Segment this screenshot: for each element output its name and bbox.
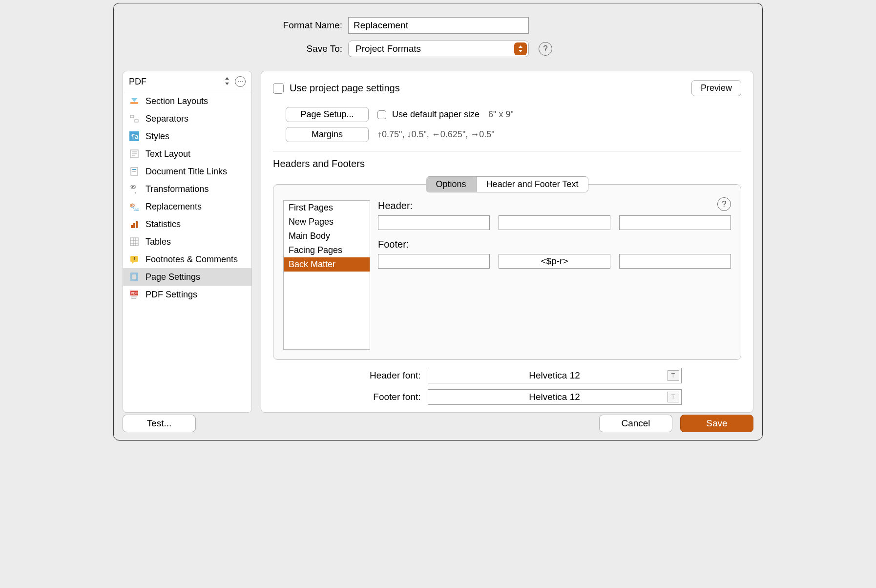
hf-item-new-pages[interactable]: New Pages [284,215,370,229]
sidebar-item-label: Separators [146,114,188,124]
sidebar-item-section-layouts[interactable]: Section Layouts [123,92,251,110]
use-default-paper-checkbox[interactable] [377,110,386,119]
footer-left-cell[interactable] [378,254,490,269]
footer-label: Footer: [378,239,731,250]
hf-tabs: Options Header and Footer Text [426,176,589,192]
styles-icon: ¶a [129,131,140,142]
paper-size-text: 6" x 9" [488,109,514,120]
save-button[interactable]: Save [680,415,753,432]
header-right-cell[interactable] [619,215,731,230]
tab-header-footer-text[interactable]: Header and Footer Text [477,177,588,192]
sidebar-item-replacements[interactable]: abac Replacements [123,198,251,215]
top-form: Format Name: Save To: Project Formats ? [114,3,762,71]
header-font-field[interactable]: Helvetica 12 T [428,368,682,383]
sidebar-item-text-layout[interactable]: Text Layout [123,145,251,163]
pdf-settings-icon: PDF [129,289,140,300]
help-icon[interactable]: ? [539,42,552,56]
margins-button[interactable]: Margins [286,127,369,142]
sidebar-item-label: Page Settings [146,272,200,282]
sidebar-item-statistics[interactable]: Statistics [123,215,251,233]
font-picker-icon[interactable]: T [667,370,679,381]
sidebar-item-pdf-settings[interactable]: PDF PDF Settings [123,286,251,303]
sidebar-list: Section Layouts Separators ¶a Styles Tex… [123,92,251,412]
svg-text:¶a: ¶a [131,133,139,140]
format-name-input[interactable] [348,17,529,34]
svg-text:,,: ,, [133,189,136,194]
sidebar-item-separators[interactable]: Separators [123,110,251,127]
hf-item-first-pages[interactable]: First Pages [284,201,370,215]
sidebar-item-label: Transformations [146,184,209,194]
footnotes-comments-icon: 1 [129,254,140,265]
statistics-icon [129,219,140,230]
document-title-links-icon [129,166,140,177]
svg-rect-18 [136,221,138,228]
tables-icon [129,236,140,247]
header-left-cell[interactable] [378,215,490,230]
sidebar: PDF ⋯ Section Layouts Separators [123,71,252,413]
hf-item-back-matter[interactable]: Back Matter [284,257,370,272]
svg-rect-19 [130,238,138,246]
sidebar-item-label: Styles [146,131,169,142]
sidebar-item-styles[interactable]: ¶a Styles [123,127,251,145]
header-center-cell[interactable] [499,215,610,230]
select-stepper-icon [514,42,527,55]
sidebar-item-tables[interactable]: Tables [123,233,251,251]
svg-rect-1 [130,115,134,118]
header-label: Header: [378,200,731,211]
bottom-bar: Test... Cancel Save [123,415,753,432]
hf-box: First Pages New Pages Main Body Facing P… [273,184,741,360]
footer-font-field[interactable]: Helvetica 12 T [428,389,682,405]
chevron-updown-icon[interactable] [224,77,230,86]
sidebar-item-transformations[interactable]: 99,, Transformations [123,180,251,198]
section-layouts-icon [129,96,140,106]
footer-right-cell[interactable] [619,254,731,269]
test-button[interactable]: Test... [123,415,196,432]
hf-section-list: First Pages New Pages Main Body Facing P… [283,200,370,350]
replacements-icon: abac [129,201,140,212]
sidebar-item-label: Document Title Links [146,167,227,177]
preview-button[interactable]: Preview [691,80,741,96]
sidebar-item-document-title-links[interactable]: Document Title Links [123,163,251,180]
main-panel: Use project page settings Preview Page S… [261,71,753,413]
page-settings-icon [129,272,140,282]
separators-icon [129,113,140,124]
hf-fields: ? Header: Footer: <$p-r> [378,200,731,350]
svg-rect-16 [131,225,133,228]
svg-rect-17 [133,223,135,228]
use-project-page-settings-checkbox[interactable] [273,83,284,94]
sidebar-item-label: Statistics [146,219,181,230]
footer-font-label: Footer font: [333,392,421,402]
hf-help-icon[interactable]: ? [717,197,731,211]
footer-center-cell[interactable]: <$p-r> [499,254,610,269]
hf-item-main-body[interactable]: Main Body [284,229,370,243]
sidebar-header[interactable]: PDF ⋯ [123,71,251,92]
margins-text: ↑0.75", ↓0.5", ←0.625", →0.5" [377,129,495,140]
text-layout-icon [129,148,140,159]
tab-options[interactable]: Options [426,177,477,192]
sidebar-item-label: Text Layout [146,149,190,159]
sidebar-item-page-settings[interactable]: Page Settings [123,268,251,286]
format-dialog: Format Name: Save To: Project Formats ? … [113,3,763,441]
cancel-button[interactable]: Cancel [599,415,672,432]
hf-item-facing-pages[interactable]: Facing Pages [284,243,370,257]
header-font-value: Helvetica 12 [529,370,580,381]
svg-text:1: 1 [133,256,136,261]
sidebar-item-label: Replacements [146,202,202,212]
svg-text:PDF: PDF [131,292,138,295]
headers-footers-title: Headers and Footers [273,158,741,169]
sidebar-item-label: Tables [146,237,171,247]
sidebar-header-label: PDF [129,77,146,87]
save-to-value: Project Formats [349,43,421,54]
svg-rect-27 [132,274,137,280]
use-project-page-settings-label: Use project page settings [290,83,400,94]
page-setup-group: Page Setup... Use default paper size 6" … [273,96,741,151]
sidebar-item-footnotes-comments[interactable]: 1 Footnotes & Comments [123,251,251,268]
svg-text:ac: ac [134,207,139,211]
font-picker-icon[interactable]: T [667,392,679,402]
more-options-icon[interactable]: ⋯ [235,76,246,87]
page-setup-button[interactable]: Page Setup... [286,107,369,122]
svg-rect-0 [130,102,138,104]
save-to-label: Save To: [114,43,348,54]
save-to-select[interactable]: Project Formats [348,41,529,57]
format-name-label: Format Name: [114,20,348,31]
